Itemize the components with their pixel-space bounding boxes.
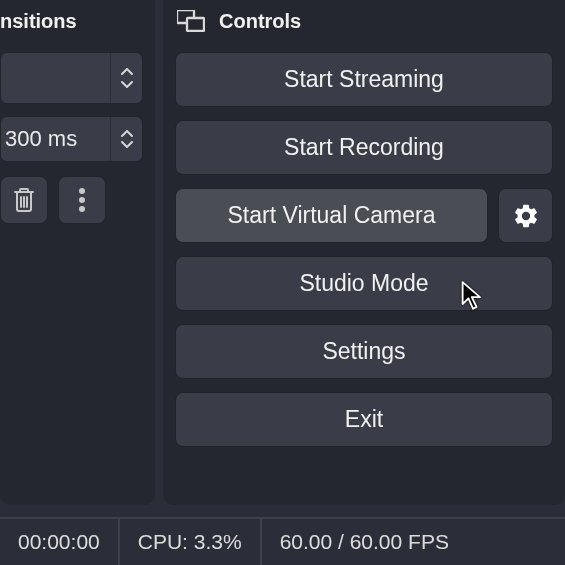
chevron-up-icon	[121, 130, 133, 138]
delete-transition-button[interactable]	[0, 176, 48, 224]
studio-mode-button[interactable]: Studio Mode	[175, 256, 553, 311]
settings-label: Settings	[322, 338, 405, 365]
svg-point-0	[79, 188, 85, 194]
controls-header: Controls	[163, 0, 565, 42]
svg-point-2	[79, 206, 85, 212]
scene-transitions-panel: nsitions 300 ms	[0, 0, 155, 505]
transition-select-stepper[interactable]	[110, 53, 142, 103]
start-streaming-label: Start Streaming	[284, 66, 444, 93]
trash-icon	[13, 187, 35, 213]
start-streaming-button[interactable]: Start Streaming	[175, 52, 553, 107]
exit-label: Exit	[345, 406, 383, 433]
studio-mode-label: Studio Mode	[299, 270, 428, 297]
controls-panel: Controls Start Streaming Start Recording…	[163, 0, 565, 505]
svg-point-1	[79, 197, 85, 203]
svg-rect-4	[187, 18, 204, 31]
status-cpu: CPU: 3.3%	[120, 519, 262, 565]
start-recording-label: Start Recording	[284, 134, 444, 161]
transition-duration-stepper[interactable]	[110, 117, 142, 161]
transition-select[interactable]	[0, 52, 143, 104]
start-virtual-camera-button[interactable]: Start Virtual Camera	[175, 188, 488, 243]
scene-transitions-title: nsitions	[0, 10, 77, 33]
dock-icon	[177, 10, 205, 32]
transition-options-button[interactable]	[58, 176, 106, 224]
chevron-up-icon	[121, 68, 133, 76]
virtual-camera-settings-button[interactable]	[498, 188, 553, 243]
kebab-icon	[78, 187, 86, 213]
settings-button[interactable]: Settings	[175, 324, 553, 379]
controls-title: Controls	[219, 10, 301, 33]
status-time: 00:00:00	[0, 519, 120, 565]
scene-transitions-header: nsitions	[0, 0, 155, 42]
transition-duration-value: 300 ms	[1, 126, 110, 152]
start-virtual-camera-label: Start Virtual Camera	[228, 202, 436, 229]
gear-icon	[512, 202, 540, 230]
chevron-down-icon	[121, 80, 133, 88]
start-recording-button[interactable]: Start Recording	[175, 120, 553, 175]
chevron-down-icon	[121, 140, 133, 148]
status-bar: 00:00:00 CPU: 3.3% 60.00 / 60.00 FPS	[0, 517, 565, 565]
exit-button[interactable]: Exit	[175, 392, 553, 447]
transition-duration-input[interactable]: 300 ms	[0, 116, 143, 162]
status-fps: 60.00 / 60.00 FPS	[262, 519, 467, 565]
